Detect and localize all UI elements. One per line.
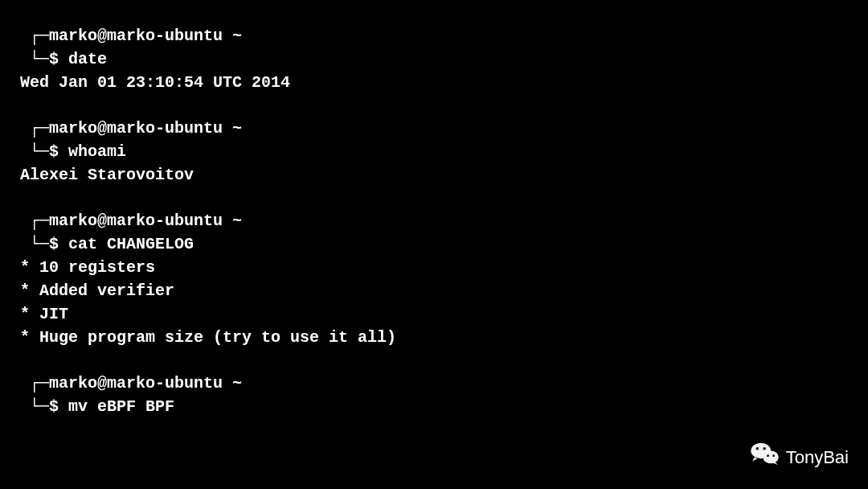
output-line: Alexei Starovoitov	[20, 163, 848, 187]
svg-point-2	[755, 447, 759, 450]
terminal-output: ┌─marko@marko-ubuntu ~ └─$ dateWed Jan 0…	[20, 24, 848, 418]
command-block: ┌─marko@marko-ubuntu ~ └─$ cat CHANGELOG…	[20, 209, 848, 349]
prompt-user-host: ┌─marko@marko-ubuntu ~	[20, 372, 848, 395]
prompt-command-line: └─$ whoami	[20, 140, 848, 163]
command-block: ┌─marko@marko-ubuntu ~ └─$ dateWed Jan 0…	[20, 24, 848, 94]
output-line: * 10 registers	[20, 256, 848, 279]
prompt-user-host: ┌─marko@marko-ubuntu ~	[20, 117, 848, 140]
svg-point-4	[767, 454, 769, 457]
output-line: * JIT	[20, 302, 848, 326]
output-line: * Huge program size (try to use it all)	[20, 326, 848, 349]
wechat-icon	[751, 442, 780, 473]
command-block: ┌─marko@marko-ubuntu ~ └─$ mv eBPF BPF	[20, 372, 848, 418]
prompt-command-line: └─$ date	[20, 47, 848, 71]
prompt-user-host: ┌─marko@marko-ubuntu ~	[20, 24, 848, 47]
output-line: Wed Jan 01 23:10:54 UTC 2014	[20, 71, 848, 94]
command-block: ┌─marko@marko-ubuntu ~ └─$ whoamiAlexei …	[20, 117, 848, 187]
svg-point-3	[763, 447, 766, 450]
prompt-user-host: ┌─marko@marko-ubuntu ~	[20, 209, 848, 232]
svg-point-5	[772, 454, 775, 457]
watermark: TonyBai	[751, 442, 849, 473]
watermark-label: TonyBai	[786, 445, 849, 471]
svg-point-1	[763, 451, 778, 464]
prompt-command-line: └─$ cat CHANGELOG	[20, 232, 848, 256]
output-line: * Added verifier	[20, 279, 848, 302]
prompt-command-line: └─$ mv eBPF BPF	[20, 395, 848, 418]
